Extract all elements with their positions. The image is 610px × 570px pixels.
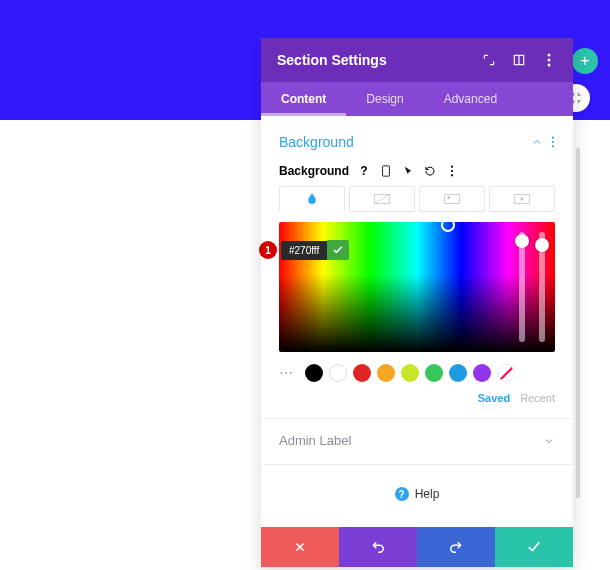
- swatch-black[interactable]: [305, 364, 323, 382]
- help-link[interactable]: ? Help: [279, 479, 555, 515]
- plus-icon: +: [580, 52, 589, 70]
- section-kebab-icon[interactable]: [551, 136, 555, 148]
- swatch-more-icon[interactable]: ⋯: [279, 365, 295, 381]
- swatch-row: ⋯: [279, 364, 555, 382]
- undo-icon: [370, 540, 386, 554]
- gradient-icon: [374, 193, 390, 205]
- panel-header: Section Settings: [261, 38, 573, 82]
- svg-rect-8: [383, 166, 390, 176]
- divider: [261, 464, 573, 465]
- hex-confirm-button[interactable]: [327, 240, 349, 260]
- hover-icon[interactable]: [401, 164, 415, 178]
- undo-button[interactable]: [339, 527, 417, 567]
- hue-slider[interactable]: [515, 232, 529, 342]
- svg-point-3: [548, 59, 551, 62]
- redo-icon: [448, 540, 464, 554]
- svg-point-7: [552, 145, 554, 147]
- bg-tab-image[interactable]: [419, 186, 485, 212]
- svg-point-5: [552, 137, 554, 139]
- background-field-label: Background: [279, 164, 349, 178]
- preview-icon[interactable]: [511, 52, 527, 68]
- swatch-green[interactable]: [425, 364, 443, 382]
- divider: [261, 418, 573, 419]
- field-kebab-icon[interactable]: [445, 164, 459, 178]
- tab-content[interactable]: Content: [261, 82, 346, 116]
- cancel-button[interactable]: [261, 527, 339, 567]
- tab-advanced[interactable]: Advanced: [424, 82, 517, 116]
- svg-point-11: [451, 174, 453, 176]
- check-icon: [527, 541, 541, 553]
- panel-title: Section Settings: [277, 52, 387, 68]
- alpha-slider-thumb[interactable]: [535, 238, 549, 252]
- swatch-red[interactable]: [353, 364, 371, 382]
- paint-drop-icon: [305, 192, 319, 206]
- section-settings-panel: Section Settings Content Design Advanced…: [261, 38, 573, 567]
- help-icon[interactable]: ?: [357, 164, 371, 178]
- swatch-orange[interactable]: [377, 364, 395, 382]
- color-picker-cursor[interactable]: [441, 222, 455, 232]
- admin-label-title: Admin Label: [279, 433, 351, 448]
- tab-design[interactable]: Design: [346, 82, 423, 116]
- admin-label-section[interactable]: Admin Label: [279, 433, 555, 456]
- panel-footer: [261, 527, 573, 567]
- bg-tab-color[interactable]: [279, 186, 345, 212]
- add-section-button[interactable]: +: [572, 48, 598, 74]
- svg-point-4: [548, 64, 551, 67]
- redo-button[interactable]: [417, 527, 495, 567]
- swatches-saved-tab[interactable]: Saved: [478, 392, 510, 404]
- svg-rect-13: [445, 194, 460, 203]
- section-background-title: Background: [279, 134, 354, 150]
- chevron-down-icon: [543, 435, 555, 447]
- save-button[interactable]: [495, 527, 573, 567]
- hue-slider-thumb[interactable]: [515, 234, 529, 248]
- swatch-lime[interactable]: [401, 364, 419, 382]
- close-icon: [294, 541, 306, 553]
- svg-point-6: [552, 141, 554, 143]
- expand-icon[interactable]: [481, 52, 497, 68]
- check-icon: [333, 246, 343, 254]
- collapse-icon[interactable]: [531, 136, 543, 148]
- help-question-icon: ?: [395, 487, 409, 501]
- swatches-recent-tab[interactable]: Recent: [520, 392, 555, 404]
- video-icon: [514, 193, 530, 205]
- svg-point-14: [447, 196, 450, 199]
- help-label: Help: [415, 487, 440, 501]
- panel-tabs: Content Design Advanced: [261, 82, 573, 116]
- svg-point-10: [451, 170, 453, 172]
- device-icon[interactable]: [379, 164, 393, 178]
- annotation-badge: 1: [259, 241, 277, 259]
- swatch-purple[interactable]: [473, 364, 491, 382]
- swatch-blue[interactable]: [449, 364, 467, 382]
- kebab-icon[interactable]: [541, 52, 557, 68]
- swatch-white[interactable]: [329, 364, 347, 382]
- hex-input[interactable]: #270fff: [281, 241, 327, 260]
- svg-point-9: [451, 166, 453, 168]
- bg-tab-video[interactable]: [489, 186, 555, 212]
- background-field-label-row: Background ?: [279, 164, 555, 178]
- alpha-slider[interactable]: [535, 232, 549, 342]
- bg-tab-gradient[interactable]: [349, 186, 415, 212]
- panel-scrollbar[interactable]: [576, 148, 580, 498]
- image-icon: [444, 193, 460, 205]
- svg-point-2: [548, 54, 551, 57]
- swatch-none[interactable]: [497, 364, 515, 382]
- reset-icon[interactable]: [423, 164, 437, 178]
